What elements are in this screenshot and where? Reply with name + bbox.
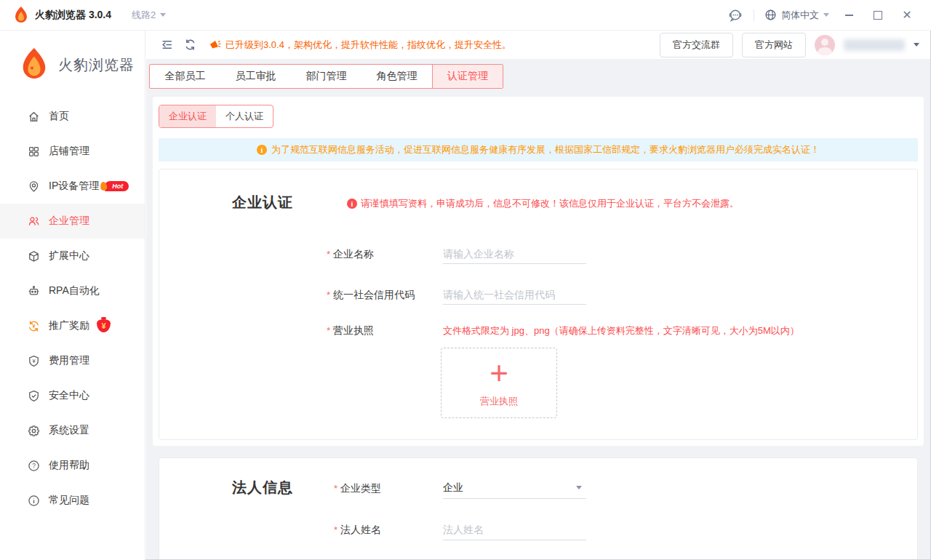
plus-icon: + — [490, 359, 508, 388]
cube-icon — [28, 250, 40, 263]
official-website-button[interactable]: 官方网站 — [742, 33, 806, 57]
hot-badge: Hot — [105, 181, 129, 191]
license-format-note: 文件格式限定为 jpg、png（请确保上传资料完整性，文字清晰可见，大小为5M以… — [443, 324, 799, 337]
certification-panel: 企业认证 个人认证 i 为了规范互联网信息服务活动，促进互联网信息服务健康有序发… — [153, 97, 924, 446]
legal-info-card: 法人信息 *企业类型 企业 *法人姓名 — [159, 457, 918, 560]
money-bag-badge: ¥ — [97, 319, 111, 332]
subtab-group: 企业认证 个人认证 — [159, 105, 273, 128]
sidebar-item-label: 扩展中心 — [49, 249, 89, 263]
line-selector[interactable]: 线路2 — [132, 9, 166, 22]
sidebar-item-label: 店铺管理 — [49, 145, 89, 158]
required-asterisk: * — [334, 483, 337, 494]
info-icon — [28, 495, 40, 507]
tab-all-employees[interactable]: 全部员工 — [150, 65, 220, 88]
announcement-text: 已升级到3.0.4，架构优化，提升软件性能，指纹优化，提升安全性。 — [225, 39, 511, 52]
sidebar-item-ip-devices[interactable]: IP设备管理 Hot — [0, 169, 145, 204]
sidebar-item-fees[interactable]: ¥ 费用管理 — [0, 343, 145, 378]
close-button[interactable]: ✕ — [898, 6, 916, 25]
notice-banner: i 为了规范互联网信息服务活动，促进互联网信息服务健康有序发展，根据国家工信部规… — [159, 138, 918, 161]
section-title-enterprise: 企业认证 — [232, 193, 293, 212]
warning-text: 请谨慎填写资料，申请成功后，信息不可修改！该信息仅用于企业认证，平台方不会泄露。 — [361, 197, 739, 210]
announcement: 已升级到3.0.4，架构优化，提升软件性能，指纹优化，提升安全性。 — [209, 39, 511, 52]
upload-label: 营业执照 — [480, 395, 518, 408]
refresh-icon — [184, 39, 196, 51]
sidebar-item-faq[interactable]: 常见问题 — [0, 483, 145, 518]
notice-text: 为了规范互联网信息服务活动，促进互联网信息服务健康有序发展，根据国家工信部规定，… — [271, 143, 820, 156]
sidebar-item-rpa[interactable]: RPA自动化 — [0, 273, 145, 308]
sidebar-item-rewards[interactable]: ¥ 推广奖励 ¥ — [0, 308, 145, 343]
grid-icon — [28, 145, 40, 158]
sidebar-item-enterprise[interactable]: 企业管理 — [0, 204, 145, 239]
minimize-button[interactable] — [839, 6, 858, 25]
tab-role-management[interactable]: 角色管理 — [361, 65, 432, 88]
warning-line: i 请谨慎填写资料，申请成功后，信息不可修改！该信息仅用于企业认证，平台方不会泄… — [347, 197, 739, 210]
sidebar-item-help[interactable]: ? 使用帮助 — [0, 448, 145, 483]
legal-name-input[interactable] — [443, 519, 586, 540]
sidebar-item-label: 首页 — [49, 110, 69, 123]
subtab-personal-cert[interactable]: 个人认证 — [216, 105, 273, 127]
sidebar-item-label: 常见问题 — [49, 494, 89, 507]
maximize-button[interactable] — [868, 6, 887, 25]
refresh-button[interactable] — [181, 36, 199, 54]
divider — [754, 9, 754, 21]
sidebar-item-label: 推广奖励 — [49, 319, 89, 332]
sidebar-item-extensions[interactable]: 扩展中心 — [0, 239, 145, 273]
support-chat-icon[interactable] — [727, 8, 743, 23]
sidebar-item-label: RPA自动化 — [49, 284, 100, 297]
gear-icon — [28, 425, 40, 437]
alert-icon: i — [347, 199, 357, 209]
chevron-down-icon[interactable] — [914, 43, 919, 47]
company-type-label: *企业类型 — [334, 482, 381, 495]
required-asterisk: * — [327, 289, 330, 300]
location-pin-icon — [28, 180, 40, 193]
main-area: 已升级到3.0.4，架构优化，提升软件性能，指纹优化，提升安全性。 官方交流群 … — [146, 31, 931, 560]
users-icon — [28, 215, 40, 228]
svg-text:¥: ¥ — [33, 323, 36, 328]
globe-icon — [764, 9, 777, 21]
app-title: 火豹浏览器 3.0.4 — [35, 9, 111, 22]
sidebar-item-label: 使用帮助 — [49, 459, 89, 472]
collapse-sidebar-button[interactable] — [158, 36, 175, 54]
svg-text:¥: ¥ — [32, 357, 36, 364]
sidebar-item-label: 费用管理 — [49, 354, 89, 367]
megaphone-icon — [209, 39, 221, 51]
shield-yuan-icon: ¥ — [28, 355, 40, 367]
license-upload-box[interactable]: + 营业执照 — [441, 348, 557, 418]
shield-check-icon — [28, 390, 40, 402]
username-redacted — [844, 39, 905, 51]
tab-bar: 全部员工 员工审批 部门管理 角色管理 认证管理 — [149, 64, 503, 89]
sidebar-item-label: 企业管理 — [49, 215, 89, 228]
official-group-button[interactable]: 官方交流群 — [660, 33, 733, 57]
home-icon — [28, 111, 40, 123]
tab-certification-management[interactable]: 认证管理 — [432, 65, 503, 88]
collapse-sidebar-icon — [161, 39, 173, 51]
sidebar-item-label: 安全中心 — [49, 389, 89, 402]
sidebar-item-label: IP设备管理 — [49, 180, 99, 193]
logo-text: 火豹浏览器 — [58, 55, 135, 75]
section-title-legal: 法人信息 — [232, 478, 293, 497]
sidebar-item-shop[interactable]: 店铺管理 — [0, 134, 145, 169]
sidebar-item-security[interactable]: 安全中心 — [0, 378, 145, 413]
flame-logo-icon — [19, 47, 49, 83]
robot-icon — [28, 285, 40, 297]
credit-code-input[interactable] — [443, 284, 586, 304]
subtab-enterprise-cert[interactable]: 企业认证 — [159, 105, 216, 127]
enterprise-cert-card: 企业认证 i 请谨慎填写资料，申请成功后，信息不可修改！该信息仅用于企业认证，平… — [159, 169, 918, 440]
tab-employee-approval[interactable]: 员工审批 — [220, 65, 291, 88]
language-selector[interactable]: 简体中文 — [764, 9, 829, 22]
required-asterisk: * — [334, 524, 337, 535]
sidebar-item-settings[interactable]: 系统设置 — [0, 413, 145, 448]
company-name-field-wrap — [443, 244, 586, 264]
chevron-down-icon — [160, 13, 166, 17]
company-name-input[interactable] — [443, 244, 586, 263]
tab-department-management[interactable]: 部门管理 — [291, 65, 361, 88]
company-type-select[interactable]: 企业 — [443, 477, 586, 499]
app-logo-flame-icon — [13, 6, 29, 25]
avatar[interactable] — [815, 35, 835, 55]
credit-code-label: *统一社会信用代码 — [327, 289, 415, 302]
sidebar-item-home[interactable]: 首页 — [0, 99, 145, 134]
sidebar-menu: 首页 店铺管理 IP设备管理 Hot 企业管理 扩展中心 RPA自动化 ¥ 推广… — [0, 99, 145, 518]
info-icon: i — [257, 145, 267, 155]
credit-code-field-wrap — [443, 284, 586, 305]
chevron-down-icon — [576, 486, 582, 489]
